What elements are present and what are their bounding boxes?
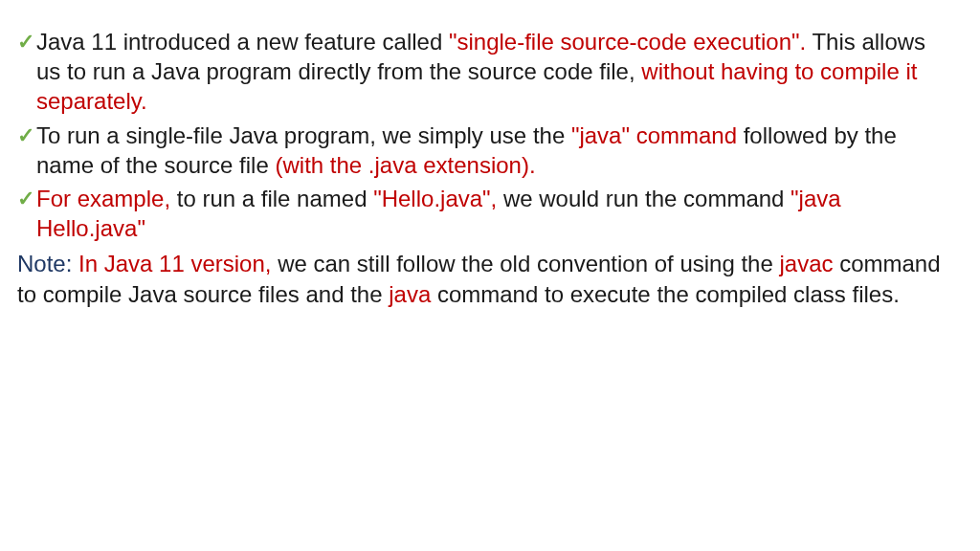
text-segment: For example, [36,186,177,211]
checkmark-icon: ✓ [17,122,34,150]
note-label: Note: [17,251,78,276]
bullet-item-1: ✓ Java 11 introduced a new feature calle… [17,27,951,117]
bullet-list: ✓ Java 11 introduced a new feature calle… [17,27,951,243]
text-segment: "java" command [571,122,744,148]
text-segment: we would run the command [503,186,791,211]
bullet-content-2: To run a single-file Java program, we si… [36,121,951,180]
text-segment: to run a file named [177,186,373,211]
note-block: Note: In Java 11 version, we can still f… [17,249,951,308]
text-segment: java [389,281,437,307]
text-segment: "Hello.java", [373,186,503,211]
bullet-item-2: ✓ To run a single-file Java program, we … [17,121,951,180]
text-segment: command to execute the compiled class fi… [437,281,900,307]
text-segment: Java 11 introduced a new feature called [36,29,449,55]
checkmark-icon: ✓ [17,29,34,56]
checkmark-icon: ✓ [17,186,34,213]
bullet-item-3: ✓ For example, to run a file named "Hell… [17,184,951,243]
text-segment: (with the .java extension). [275,152,535,178]
bullet-content-1: Java 11 introduced a new feature called … [36,27,951,117]
text-segment: In Java 11 version, [78,251,278,276]
text-segment: javac [779,251,839,276]
text-segment: we can still follow the old convention o… [278,251,779,276]
bullet-content-3: For example, to run a file named "Hello.… [36,184,951,243]
text-segment: "single-file source-code execution". [449,29,812,55]
text-segment: To run a single-file Java program, we si… [36,122,571,148]
